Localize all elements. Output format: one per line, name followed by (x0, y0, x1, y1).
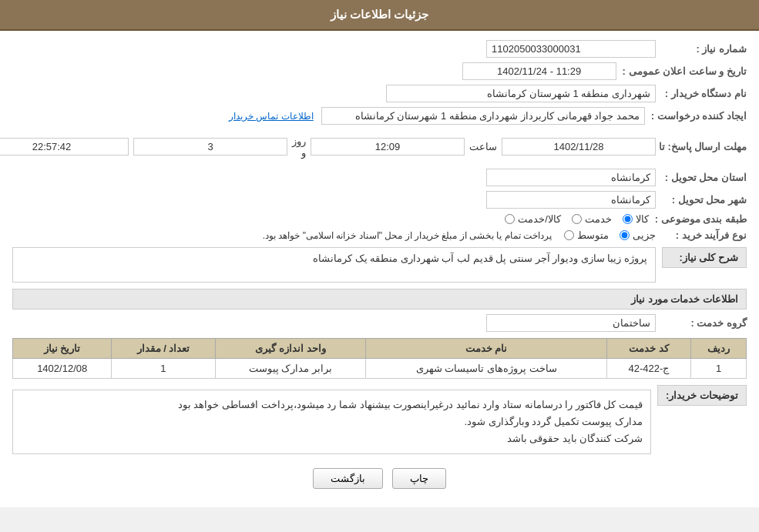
purchase-type-label: نوع فرآیند خرید : (662, 229, 747, 241)
need-number-row: شماره نیاز : 1102050033000031 (12, 40, 747, 58)
category-row: طبقه بندی موضوعی : کالا/خدمت خدمت کالا (12, 213, 747, 225)
deadline-time-label: ساعت (469, 141, 497, 152)
cell-unit: برابر مدارک پیوست (215, 359, 366, 379)
category-radio-group: کالا/خدمت خدمت کالا (505, 213, 649, 225)
col-header-name: نام خدمت (366, 339, 606, 359)
deadline-row: مهلت ارسال پاسخ: تا تاریخ: 1402/11/28 سا… (12, 129, 747, 164)
cell-qty: 1 (112, 359, 215, 379)
radio-motavaset: متوسط (564, 229, 609, 241)
services-table: ردیف کد خدمت نام خدمت واحد اندازه گیری ت… (12, 338, 747, 379)
creator-value: محمد جواد قهرمانی کاربرداز شهرداری منطقه… (321, 107, 645, 125)
province-value: کرمانشاه (486, 169, 656, 186)
radio-khadamat-input[interactable] (572, 214, 582, 224)
city-value: کرمانشاه (486, 191, 656, 209)
back-button[interactable]: بازگشت (313, 468, 383, 489)
description-value: پروژه زیبا سازی ودیوار آجر سنتی پل قدیم … (12, 247, 656, 283)
cell-date: 1402/12/08 (13, 359, 112, 379)
city-label: شهر محل تحویل : (662, 194, 747, 206)
need-number-label: شماره نیاز : (662, 43, 747, 55)
page-title: جزئیات اطلاعات نیاز (331, 8, 428, 21)
main-content: شماره نیاز : 1102050033000031 تاریخ و سا… (0, 31, 759, 507)
purchase-type-radio-group: متوسط جزیی (564, 229, 656, 241)
deadline-days: 3 (133, 138, 287, 156)
announcement-value: 1402/11/24 - 11:29 (462, 62, 616, 80)
service-group-value: ساختمان (486, 314, 656, 332)
creator-row: ایجاد کننده درخواست : محمد جواد قهرمانی … (12, 107, 747, 125)
radio-kala-khadamat-input[interactable] (505, 214, 515, 224)
radio-jozii-input[interactable] (620, 230, 630, 240)
radio-khadamat-label: خدمت (585, 213, 612, 225)
services-section-title: اطلاعات خدمات مورد نیاز (12, 289, 747, 309)
radio-jozii: جزیی (620, 229, 656, 241)
radio-khadamat: خدمت (572, 213, 612, 225)
cell-name: ساخت پروژه‌های تاسیسات شهری (366, 359, 606, 379)
service-group-row: گروه خدمت : ساختمان (12, 314, 747, 332)
deadline-date: 1402/11/28 (502, 138, 656, 156)
cell-row: 1 (691, 359, 747, 379)
radio-kala: کالا (623, 213, 649, 225)
col-header-row: ردیف (691, 339, 747, 359)
radio-kala-khadamat: کالا/خدمت (505, 213, 561, 225)
table-row: 1 ج-422-42 ساخت پروژه‌های تاسیسات شهری ب… (13, 359, 747, 379)
buyer-notes-row: توضیحات خریدار: قیمت کل فاکتور را درساما… (12, 385, 747, 459)
button-row: چاپ بازگشت (12, 468, 747, 489)
buyer-notes-label: توضیحات خریدار: (657, 385, 747, 406)
radio-kala-label: کالا (636, 213, 649, 225)
radio-motavaset-input[interactable] (564, 230, 574, 240)
print-button[interactable]: چاپ (392, 468, 446, 489)
buyer-org-label: نام دستگاه خریدار : (662, 88, 747, 99)
buyer-notes-line3: شرکت کنندگان باید حقوقی باشد (507, 433, 643, 444)
province-label: استان محل تحویل : (662, 172, 747, 183)
category-label: طبقه بندی موضوعی : (655, 213, 747, 225)
radio-kala-khadamat-label: کالا/خدمت (518, 213, 561, 225)
page-wrapper: جزئیات اطلاعات نیاز شماره نیاز : 1102050… (0, 0, 759, 507)
buyer-org-value: شهرداری منطقه 1 شهرستان کرمانشاه (386, 85, 656, 102)
radio-jozii-label: جزیی (633, 229, 656, 241)
col-header-qty: تعداد / مقدار (112, 339, 215, 359)
radio-motavaset-label: متوسط (577, 229, 609, 241)
radio-kala-input[interactable] (623, 214, 633, 224)
city-row: شهر محل تحویل : کرمانشاه (12, 191, 747, 209)
buyer-notes-line2: مدارک پیوست تکمیل گردد وبارگذاری شود. (464, 416, 643, 427)
announcement-row: تاریخ و ساعت اعلان عمومی : 1402/11/24 - … (12, 62, 747, 80)
contact-link[interactable]: اطلاعات تماس خریدار (229, 111, 314, 122)
creator-label: ایجاد کننده درخواست : (651, 110, 747, 122)
buyer-org-row: نام دستگاه خریدار : شهرداری منطقه 1 شهرس… (12, 85, 747, 102)
cell-code: ج-422-42 (606, 359, 690, 379)
deadline-remaining: 22:57:42 (0, 138, 129, 156)
description-label: شرح کلی نیاز: (662, 247, 747, 268)
buyer-notes-value: قیمت کل فاکتور را درسامانه ستاد وارد نما… (12, 390, 651, 454)
deadline-label: مهلت ارسال پاسخ: تا تاریخ: (662, 141, 747, 152)
deadline-time: 12:09 (311, 138, 465, 156)
col-header-date: تاریخ نیاز (13, 339, 112, 359)
purchase-note: پرداخت تمام یا بخشی از مبلغ خریدار از مح… (263, 230, 552, 241)
col-header-code: کد خدمت (606, 339, 690, 359)
purchase-type-row: نوع فرآیند خرید : متوسط جزیی پرداخت تمام… (12, 229, 747, 241)
buyer-notes-line1: قیمت کل فاکتور را درسامانه ستاد وارد نما… (178, 399, 643, 410)
col-header-unit: واحد اندازه گیری (215, 339, 366, 359)
description-row: شرح کلی نیاز: پروژه زیبا سازی ودیوار آجر… (12, 247, 747, 283)
announcement-label: تاریخ و ساعت اعلان عمومی : (623, 65, 747, 77)
page-header: جزئیات اطلاعات نیاز (0, 0, 759, 31)
need-number-value: 1102050033000031 (486, 40, 656, 58)
province-row: استان محل تحویل : کرمانشاه (12, 169, 747, 186)
service-group-label: گروه خدمت : (662, 317, 747, 329)
deadline-days-label: روز و (292, 136, 306, 159)
